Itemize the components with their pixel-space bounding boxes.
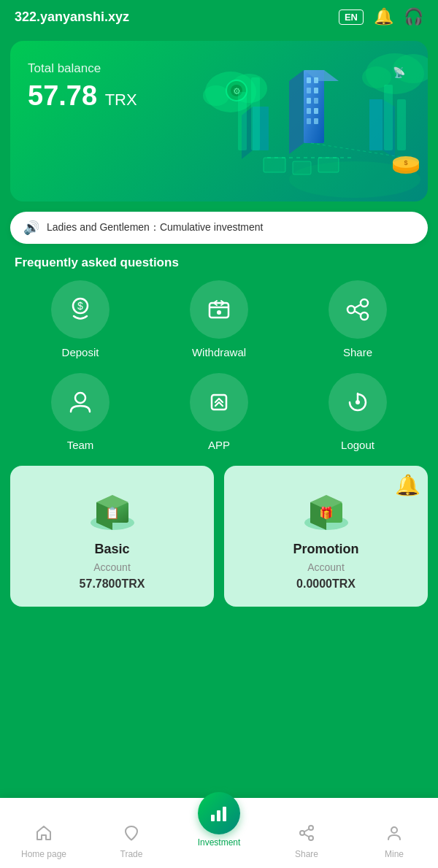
team-item[interactable]: Team bbox=[15, 373, 146, 451]
svg-rect-24 bbox=[314, 118, 318, 124]
share-item[interactable]: Share bbox=[292, 280, 423, 358]
svg-marker-13 bbox=[289, 70, 304, 154]
svg-rect-69 bbox=[223, 807, 226, 821]
svg-text:📋: 📋 bbox=[105, 506, 120, 520]
trade-icon bbox=[123, 824, 140, 846]
svg-rect-30 bbox=[251, 77, 260, 150]
basic-account-type: Basic bbox=[94, 542, 129, 557]
basic-account-value: 57.7800TRX bbox=[80, 577, 145, 591]
quick-actions-grid: $ Deposit Withdrawal bbox=[0, 280, 438, 466]
app-icon-circle bbox=[190, 373, 248, 431]
svg-text:$: $ bbox=[77, 300, 83, 312]
deposit-item[interactable]: $ Deposit bbox=[15, 280, 146, 358]
promotion-account-type: Promotion bbox=[293, 542, 359, 557]
promotion-card-illustration: 🎁 bbox=[297, 480, 356, 531]
svg-point-52 bbox=[75, 393, 85, 403]
svg-rect-15 bbox=[307, 77, 311, 83]
svg-rect-27 bbox=[369, 99, 383, 150]
svg-point-3 bbox=[203, 85, 229, 106]
bottom-navigation: Home page Trade Investment bbox=[0, 798, 438, 868]
nav-investment[interactable]: Investment bbox=[175, 792, 263, 848]
app-header: 322.yanyanshi.xyz EN 🔔 🎧 bbox=[0, 0, 438, 34]
share-icon-circle bbox=[328, 280, 387, 339]
faq-title: Frequently asked questions bbox=[0, 256, 438, 280]
svg-text:📡: 📡 bbox=[393, 66, 406, 79]
svg-rect-16 bbox=[314, 77, 318, 83]
svg-rect-31 bbox=[384, 85, 393, 150]
nav-trade[interactable]: Trade bbox=[88, 824, 175, 859]
svg-rect-19 bbox=[307, 98, 311, 104]
speaker-icon: 🔊 bbox=[23, 220, 39, 236]
svg-rect-23 bbox=[307, 118, 311, 124]
withdrawal-icon-circle bbox=[190, 280, 248, 339]
mine-icon bbox=[385, 824, 403, 846]
deposit-label: Deposit bbox=[62, 346, 99, 358]
svg-rect-41 bbox=[293, 161, 311, 174]
svg-rect-40 bbox=[264, 158, 285, 172]
svg-rect-67 bbox=[211, 815, 215, 821]
svg-line-73 bbox=[304, 834, 310, 837]
svg-rect-20 bbox=[314, 98, 318, 104]
basic-card-illustration: 📋 bbox=[83, 480, 142, 531]
svg-point-49 bbox=[361, 312, 368, 320]
svg-rect-18 bbox=[314, 88, 318, 93]
announcement-bar[interactable]: 🔊 Ladies and Gentlemen：Cumulative invest… bbox=[10, 212, 428, 244]
app-item[interactable]: APP bbox=[153, 373, 285, 451]
bell-notification-icon: 🔔 bbox=[395, 473, 420, 497]
svg-rect-21 bbox=[307, 108, 311, 114]
withdrawal-label: Withdrawal bbox=[192, 346, 246, 358]
mine-nav-label: Mine bbox=[385, 849, 404, 859]
svg-rect-42 bbox=[318, 158, 339, 172]
svg-line-51 bbox=[355, 311, 361, 315]
svg-point-75 bbox=[391, 827, 397, 833]
promotion-account-value: 0.0000TRX bbox=[296, 577, 356, 591]
home-nav-label: Home page bbox=[21, 849, 66, 859]
svg-point-72 bbox=[309, 836, 313, 840]
share-label: Share bbox=[343, 346, 372, 358]
svg-point-48 bbox=[347, 306, 355, 313]
share-nav-label: Share bbox=[295, 849, 318, 859]
nav-mine[interactable]: Mine bbox=[350, 824, 438, 859]
balance-card: Total balance 57.78 TRX ⚙ bbox=[10, 41, 428, 201]
language-badge[interactable]: EN bbox=[339, 9, 364, 25]
svg-line-50 bbox=[355, 304, 361, 308]
logout-icon-circle bbox=[328, 373, 387, 431]
svg-text:$: $ bbox=[404, 159, 407, 166]
svg-rect-68 bbox=[217, 810, 220, 821]
svg-rect-17 bbox=[307, 88, 311, 93]
app-label: APP bbox=[208, 439, 230, 451]
deposit-icon-circle: $ bbox=[51, 280, 110, 339]
investment-nav-label: Investment bbox=[198, 837, 241, 848]
app-title: 322.yanyanshi.xyz bbox=[15, 9, 129, 25]
svg-point-71 bbox=[300, 831, 304, 835]
team-label: Team bbox=[67, 439, 94, 451]
nav-share[interactable]: Share bbox=[263, 824, 350, 859]
headset-icon[interactable]: 🎧 bbox=[404, 9, 423, 25]
svg-rect-22 bbox=[314, 108, 318, 114]
announcement-text: Ladies and Gentlemen：Cumulative investme… bbox=[47, 221, 264, 234]
account-cards: 📋 Basic Account 57.7800TRX 🔔 🎁 bbox=[0, 466, 438, 672]
svg-line-74 bbox=[304, 829, 310, 832]
promotion-account-sublabel: Account bbox=[307, 561, 345, 573]
svg-point-46 bbox=[217, 310, 221, 315]
svg-point-47 bbox=[361, 299, 368, 307]
svg-point-70 bbox=[309, 826, 313, 830]
investment-center-circle bbox=[198, 792, 240, 834]
logout-item[interactable]: Logout bbox=[292, 373, 423, 451]
svg-rect-29 bbox=[238, 92, 247, 150]
logout-label: Logout bbox=[341, 439, 374, 451]
trade-nav-label: Trade bbox=[120, 849, 143, 859]
team-icon-circle bbox=[51, 373, 110, 431]
basic-account-sublabel: Account bbox=[93, 561, 131, 573]
svg-text:🎁: 🎁 bbox=[319, 506, 334, 520]
header-actions: EN 🔔 🎧 bbox=[339, 9, 423, 25]
svg-rect-32 bbox=[397, 99, 406, 150]
share-nav-icon bbox=[298, 824, 315, 846]
promotion-account-card[interactable]: 🔔 🎁 Promotion Account 0.0000TRX bbox=[224, 466, 428, 607]
nav-home[interactable]: Home page bbox=[0, 824, 88, 859]
bell-icon[interactable]: 🔔 bbox=[374, 9, 393, 25]
home-icon bbox=[35, 824, 53, 846]
basic-account-card[interactable]: 📋 Basic Account 57.7800TRX bbox=[10, 466, 214, 607]
withdrawal-item[interactable]: Withdrawal bbox=[153, 280, 285, 358]
card-illustration: ⚙ 📡 bbox=[194, 41, 428, 201]
